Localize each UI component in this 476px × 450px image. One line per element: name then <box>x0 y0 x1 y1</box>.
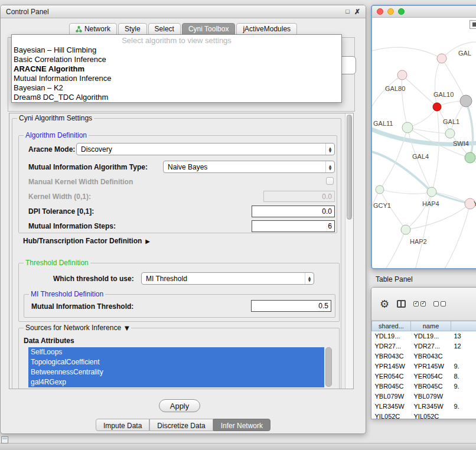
algorithm-option-aracne-algorithm[interactable]: ARACNE Algorithm <box>12 64 341 74</box>
attribute-item-selfloops[interactable]: SelfLoops <box>28 347 324 357</box>
mi-algorithm-type-select[interactable]: Naive Bayes ▲▼ <box>163 161 335 173</box>
cyni-algorithm-settings-group: Cyni Algorithm Settings Algorithm Defini… <box>12 118 341 389</box>
collapse-arrow-icon: ▼ <box>125 325 129 331</box>
network-node[interactable] <box>445 129 455 138</box>
network-node[interactable] <box>460 95 472 107</box>
table-row[interactable]: YDR27...YDR27...12 <box>372 341 476 351</box>
network-node[interactable] <box>465 152 475 163</box>
table-row[interactable]: YIL052CYIL052C <box>372 412 476 420</box>
network-node-label: GAL10 <box>433 91 454 98</box>
apply-button[interactable]: Apply <box>159 399 200 412</box>
table-cell: YDL19... <box>372 331 411 341</box>
table-cell: YDR27... <box>372 341 411 351</box>
zoom-traffic-light-icon[interactable] <box>398 8 405 15</box>
network-canvas[interactable]: GALGAL80GAL10GAL11GAL1SWI4GAL4GCY1HAP4YH… <box>372 18 476 269</box>
cyni-settings-group-title: Cyni Algorithm Settings <box>17 114 94 122</box>
mi-algorithm-type-label: Mutual Information Algorithm Type: <box>28 163 148 171</box>
close-traffic-light-icon[interactable] <box>377 8 383 15</box>
minimized-window-icon[interactable] <box>1 436 8 444</box>
table-row[interactable]: YDL19...YDL19...13 <box>372 331 476 341</box>
table-column-header-col-2[interactable] <box>451 321 476 331</box>
table-cell: YDL19... <box>411 331 451 341</box>
network-node-label: GAL80 <box>385 85 405 92</box>
network-node[interactable] <box>402 122 413 133</box>
table-column-header-name[interactable]: name <box>411 321 451 331</box>
mi-threshold-label: Mutual Information Threshold: <box>31 302 133 311</box>
table-row[interactable]: YBR043CYBR043C <box>372 351 476 361</box>
algorithm-definition-title: Algorithm Definition <box>24 131 89 139</box>
bottom-tab-infer-network[interactable]: Infer Network <box>213 419 270 431</box>
birdseye-toggle-button[interactable] <box>470 20 476 29</box>
table-row[interactable]: YPR145WYPR145W9. <box>372 361 476 371</box>
desktop: Control Panel □ ✗ NetworkStyleSelectCyni… <box>0 0 476 450</box>
network-node[interactable] <box>437 54 446 63</box>
network-node-label: SWI4 <box>453 140 469 147</box>
tab-label: Style <box>125 25 141 33</box>
sources-group-title[interactable]: Sources for Network Inference▼ <box>24 324 131 332</box>
table-row[interactable]: YER054CYER054C8. <box>372 371 476 381</box>
hub-expander-label: Hub/Transcription Factor Definition <box>23 237 142 245</box>
column-visibility-icon[interactable] <box>397 300 406 308</box>
algorithm-option-bayesian-k2[interactable]: Bayesian – K2 <box>12 83 341 93</box>
bottom-tabbar: Impute DataDiscretize DataInfer Network <box>1 419 366 431</box>
algorithm-option-dream8-dc-tdc-algorithm[interactable]: Dream8 DC_TDC Algorithm <box>12 93 341 102</box>
attributes-list-scrollbar[interactable] <box>325 347 332 387</box>
algorithm-option-bayesian-hill-climbing[interactable]: Bayesian – Hill Climbing <box>12 45 341 55</box>
control-panel-titlebar[interactable]: Control Panel □ ✗ <box>1 5 366 18</box>
network-node[interactable] <box>376 185 384 194</box>
bottom-tab-impute-data[interactable]: Impute Data <box>96 419 149 431</box>
table-row[interactable]: YBL079WYBL079W <box>372 392 476 402</box>
bottom-tab-discretize-data[interactable]: Discretize Data <box>149 419 213 431</box>
settings-scrollbar[interactable] <box>345 113 353 389</box>
network-edge <box>372 47 442 58</box>
aracne-mode-label: Aracne Mode: <box>28 145 75 154</box>
network-canvas-area: GALGAL80GAL10GAL11GAL1SWI4GAL4GCY1HAP4YH… <box>372 18 476 268</box>
network-node[interactable] <box>401 225 410 234</box>
manual-kernel-checkbox[interactable] <box>326 177 334 185</box>
table-column-header-shared[interactable]: shared... <box>372 321 411 331</box>
network-edge <box>380 190 432 194</box>
checked-box-glyph <box>413 301 419 306</box>
table-row[interactable]: YLR345WYLR345W9. <box>372 402 476 412</box>
hub-transcription-factor-expander[interactable]: Hub/Transcription Factor Definition▶ <box>23 237 150 245</box>
columns-glyph <box>397 300 406 308</box>
dpi-tolerance-input[interactable] <box>252 206 335 217</box>
scrollbar-thumb[interactable] <box>347 115 352 220</box>
network-node[interactable] <box>397 70 407 80</box>
algorithm-option-mutual-information-inference[interactable]: Mutual Information Inference <box>12 74 341 83</box>
top-tabbar: NetworkStyleSelectCyni ToolboxjActiveMod… <box>1 23 366 35</box>
network-edge <box>432 107 439 192</box>
checked-box-glyph <box>420 301 426 306</box>
mi-steps-input[interactable] <box>252 220 335 232</box>
network-edge <box>407 128 450 133</box>
tab-select[interactable]: Select <box>148 23 181 35</box>
data-attributes-list: SelfLoopsTopologicalCoefficientBetweenne… <box>28 347 324 387</box>
settings-gear-icon[interactable]: ⚙ <box>380 299 389 309</box>
network-window-titlebar[interactable] <box>372 6 476 18</box>
tab-label: Cyni Toolbox <box>188 25 229 33</box>
network-edge <box>406 192 432 230</box>
attribute-item-betweennesscentrality[interactable]: BetweennessCentrality <box>28 367 324 377</box>
table-row[interactable]: YBR045CYBR045C9. <box>372 381 476 392</box>
network-node[interactable] <box>433 103 441 111</box>
which-threshold-select[interactable]: MI Threshold ▲▼ <box>141 272 314 285</box>
close-window-icon[interactable]: ✗ <box>354 8 360 16</box>
tab-jactivemodules[interactable]: jActiveModules <box>236 23 297 35</box>
mi-threshold-input[interactable] <box>251 300 331 312</box>
attribute-item-gal4rgexp[interactable]: gal4RGexp <box>28 377 324 387</box>
network-node[interactable] <box>427 187 436 197</box>
tab-cyni-toolbox[interactable]: Cyni Toolbox <box>182 23 235 35</box>
select-all-icon[interactable] <box>413 301 426 306</box>
tab-network[interactable]: Network <box>69 23 117 35</box>
tab-style[interactable]: Style <box>118 23 147 35</box>
tab-label: Network <box>84 25 110 33</box>
attribute-item-topologicalcoefficient[interactable]: TopologicalCoefficient <box>28 357 324 367</box>
algorithm-option-basic-correlation-inference[interactable]: Basic Correlation Inference <box>12 55 341 64</box>
network-edge <box>402 75 407 128</box>
minimize-traffic-light-icon[interactable] <box>387 8 394 15</box>
aracne-mode-select[interactable]: Discovery ▲▼ <box>76 143 335 155</box>
deselect-all-icon[interactable] <box>433 301 446 306</box>
table-body: YDL19...YDL19...13YDR27...YDR27...12YBR0… <box>372 331 476 420</box>
float-window-icon[interactable]: □ <box>345 8 350 16</box>
table-cell: YDR27... <box>411 341 451 351</box>
